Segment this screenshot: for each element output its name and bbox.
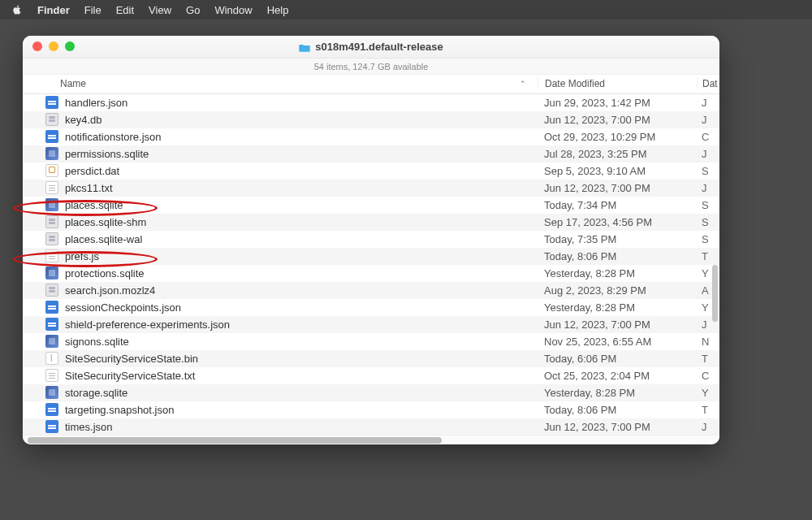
file-date: Yesterday, 8:28 PM xyxy=(538,301,697,314)
file-name-cell: key4.db xyxy=(23,113,538,126)
file-name: search.json.mozlz4 xyxy=(65,284,155,297)
file-name: pkcs11.txt xyxy=(65,182,113,194)
file-name: storage.sqlite xyxy=(65,387,127,399)
file-name-cell: permissions.sqlite xyxy=(23,147,538,160)
db-file-icon xyxy=(45,284,58,297)
sqlite-file-icon xyxy=(45,335,58,348)
file-extra: T xyxy=(697,404,719,416)
file-name-cell: persdict.dat xyxy=(23,164,538,177)
file-name-cell: signons.sqlite xyxy=(23,335,538,348)
column-header: Name ⌃ Date Modified Dat xyxy=(23,75,719,94)
file-date: Jun 12, 2023, 7:00 PM xyxy=(538,114,697,126)
file-row[interactable]: protections.sqliteYesterday, 8:28 PMY xyxy=(23,265,719,282)
file-row[interactable]: sessionCheckpoints.jsonYesterday, 8:28 P… xyxy=(23,299,719,316)
file-extra: J xyxy=(697,97,719,109)
file-row[interactable]: places.sqlite-shmSep 17, 2023, 4:56 PMS xyxy=(23,214,719,231)
file-name: shield-preference-experiments.json xyxy=(65,318,230,331)
horizontal-scrollbar-track xyxy=(23,435,719,444)
file-extra: J xyxy=(697,182,719,194)
file-row[interactable]: places.sqlite-walToday, 7:35 PMS xyxy=(23,231,719,248)
bin-file-icon xyxy=(45,352,58,365)
file-date: Jun 12, 2023, 7:00 PM xyxy=(538,318,697,331)
window-titlebar[interactable]: s018m491.default-release xyxy=(23,36,719,58)
file-name-cell: targeting.snapshot.json xyxy=(23,403,538,416)
file-row[interactable]: key4.dbJun 12, 2023, 7:00 PMJ xyxy=(23,111,719,128)
file-extra: S xyxy=(697,199,719,211)
file-row[interactable]: storage.sqliteYesterday, 8:28 PMY xyxy=(23,384,719,401)
file-extra: S xyxy=(697,165,719,177)
zoom-button[interactable] xyxy=(65,41,75,51)
json-file-icon xyxy=(45,420,58,433)
file-name-cell: times.json xyxy=(23,420,538,433)
menu-window[interactable]: Window xyxy=(214,4,252,16)
file-name: sessionCheckpoints.json xyxy=(65,301,181,314)
file-date: Jun 12, 2023, 7:00 PM xyxy=(538,421,697,433)
file-date: Today, 7:35 PM xyxy=(538,233,697,245)
menu-help[interactable]: Help xyxy=(267,4,289,16)
file-name: handlers.json xyxy=(65,97,127,109)
menu-go[interactable]: Go xyxy=(186,4,200,16)
file-row[interactable]: pkcs11.txtJun 12, 2023, 7:00 PMJ xyxy=(23,180,719,197)
column-extra-label: Dat xyxy=(702,78,718,89)
file-row[interactable]: SiteSecurityServiceState.txtOct 25, 2023… xyxy=(23,367,719,384)
apple-logo-icon[interactable] xyxy=(11,4,23,15)
file-row[interactable]: handlers.jsonJun 29, 2023, 1:42 PMJ xyxy=(23,94,719,111)
file-name: protections.sqlite xyxy=(65,267,145,280)
file-name-cell: prefs.js xyxy=(23,249,538,262)
file-date: Oct 25, 2023, 2:04 PM xyxy=(538,370,697,382)
file-row[interactable]: search.json.mozlz4Aug 2, 2023, 8:29 PMA xyxy=(23,282,719,299)
file-date: Sep 17, 2023, 4:56 PM xyxy=(538,216,697,228)
file-row[interactable]: places.sqliteToday, 7:34 PMS xyxy=(23,197,719,214)
file-name: permissions.sqlite xyxy=(65,148,149,160)
column-name[interactable]: Name ⌃ xyxy=(23,78,538,89)
db-file-icon xyxy=(45,232,58,245)
file-name-cell: pkcs11.txt xyxy=(23,181,538,194)
file-name: places.sqlite-shm xyxy=(65,216,146,228)
file-name-cell: places.sqlite-wal xyxy=(23,232,538,245)
file-name: places.sqlite-wal xyxy=(65,233,142,245)
file-date: Oct 29, 2023, 10:29 PM xyxy=(538,131,697,143)
file-name: places.sqlite xyxy=(65,199,123,211)
json-file-icon xyxy=(45,130,58,143)
file-row[interactable]: SiteSecurityServiceState.binToday, 6:06 … xyxy=(23,350,719,367)
menu-edit[interactable]: Edit xyxy=(116,4,134,16)
system-menubar: Finder File Edit View Go Window Help xyxy=(0,0,812,20)
minimize-button[interactable] xyxy=(49,41,58,51)
file-row[interactable]: targeting.snapshot.jsonToday, 8:06 PMT xyxy=(23,401,719,418)
file-row[interactable]: persdict.datSep 5, 2023, 9:10 AMS xyxy=(23,162,719,180)
file-list: handlers.jsonJun 29, 2023, 1:42 PMJkey4.… xyxy=(23,94,719,435)
file-row[interactable]: prefs.jsToday, 8:06 PMT xyxy=(23,248,719,265)
sqlite-file-icon xyxy=(45,386,58,399)
menu-file[interactable]: File xyxy=(84,4,102,16)
sort-indicator-icon: ⌃ xyxy=(520,80,526,88)
column-extra[interactable]: Dat xyxy=(697,78,719,89)
file-row[interactable]: notificationstore.jsonOct 29, 2023, 10:2… xyxy=(23,128,719,145)
txt-file-icon xyxy=(45,369,58,382)
vertical-scrollbar[interactable] xyxy=(712,265,718,322)
file-extra: J xyxy=(697,114,719,126)
file-date: Sep 5, 2023, 9:10 AM xyxy=(538,165,697,177)
horizontal-scrollbar[interactable] xyxy=(28,437,442,444)
file-name-cell: handlers.json xyxy=(23,96,538,109)
menu-view[interactable]: View xyxy=(149,4,171,16)
sqlite-file-icon xyxy=(45,266,58,280)
json-file-icon xyxy=(45,301,58,314)
file-row[interactable]: permissions.sqliteJul 28, 2023, 3:25 PMJ xyxy=(23,145,719,162)
file-name: signons.sqlite xyxy=(65,336,129,348)
json-file-icon xyxy=(45,318,58,331)
sqlite-file-icon xyxy=(45,147,58,160)
column-date[interactable]: Date Modified xyxy=(538,78,697,89)
close-button[interactable] xyxy=(32,41,42,51)
file-row[interactable]: times.jsonJun 12, 2023, 7:00 PMJ xyxy=(23,418,719,435)
file-row[interactable]: shield-preference-experiments.jsonJun 12… xyxy=(23,316,719,333)
file-extra: T xyxy=(697,353,719,365)
file-date: Yesterday, 8:28 PM xyxy=(538,387,697,399)
window-title-text: s018m491.default-release xyxy=(315,41,443,53)
file-name-cell: SiteSecurityServiceState.txt xyxy=(23,369,538,382)
file-name-cell: notificationstore.json xyxy=(23,130,538,143)
file-row[interactable]: signons.sqliteNov 25, 2023, 6:55 AMN xyxy=(23,333,719,350)
file-name: times.json xyxy=(65,421,113,433)
app-menu[interactable]: Finder xyxy=(37,4,70,16)
file-name: persdict.dat xyxy=(65,165,119,177)
file-name-cell: protections.sqlite xyxy=(23,266,538,280)
